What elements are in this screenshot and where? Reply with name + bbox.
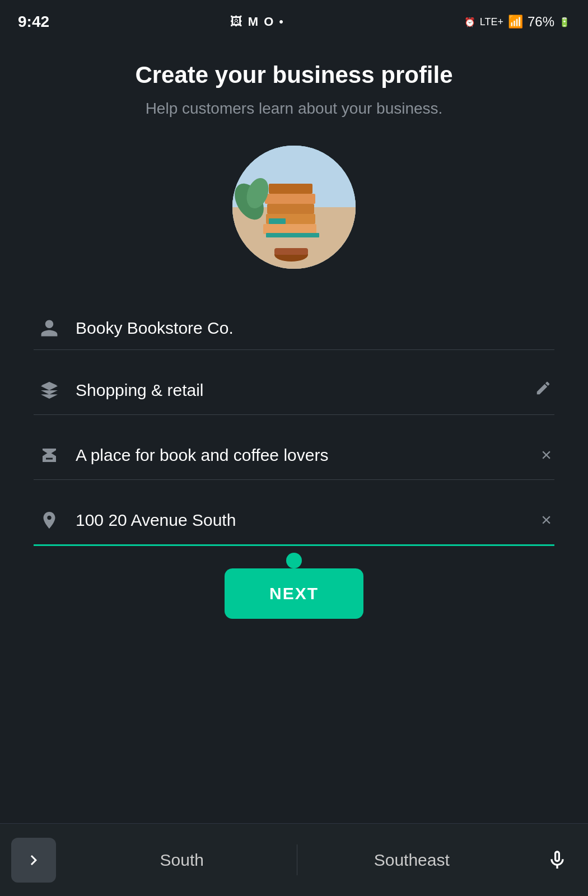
location-icon [34, 510, 64, 530]
status-icons: 🖼 M O • [230, 15, 283, 29]
address-value[interactable]: 100 20 Avenue South [64, 511, 538, 530]
clear-description-button[interactable]: × [538, 442, 554, 468]
svg-rect-3 [263, 224, 316, 234]
svg-rect-8 [266, 233, 319, 237]
avatar[interactable] [232, 146, 356, 269]
battery-icon: 🔋 [559, 17, 570, 27]
svg-rect-7 [269, 184, 312, 194]
next-button-container: NEXT [225, 568, 363, 619]
svg-rect-9 [269, 218, 286, 224]
status-bar: 9:42 🖼 M O • ⏰ LTE+ 📶 76% 🔋 [0, 0, 588, 39]
svg-rect-11 [274, 248, 308, 255]
microphone-icon [546, 849, 568, 871]
svg-rect-5 [267, 204, 314, 214]
address-field: 100 20 Avenue South × [34, 491, 554, 546]
keyboard-arrow-button[interactable] [11, 838, 56, 883]
alarm-icon: ⏰ [464, 17, 475, 27]
status-time: 9:42 [18, 13, 49, 31]
instagram-icon: O [264, 15, 273, 29]
main-content: Create your business profile Help custom… [0, 39, 588, 619]
svg-rect-6 [265, 194, 315, 204]
description-field: A place for book and coffee lovers × [34, 426, 554, 480]
description-value[interactable]: A place for book and coffee lovers [64, 446, 538, 465]
form-container: Booky Bookstore Co. Shopping & retail [34, 302, 554, 557]
dot-indicator: • [279, 15, 283, 29]
suggestion-southeast[interactable]: Southeast [297, 824, 527, 896]
microphone-button[interactable] [538, 849, 577, 871]
cursor-dot [286, 553, 302, 568]
battery-percent: 76% [528, 14, 554, 30]
business-name-field: Booky Bookstore Co. [34, 302, 554, 350]
store-icon [34, 445, 64, 465]
mail-icon: M [248, 15, 258, 29]
avatar-image [232, 146, 356, 269]
page-subtitle: Help customers learn about your business… [146, 100, 443, 118]
close-icon: × [541, 445, 552, 465]
signal-icon: 📶 [508, 15, 523, 29]
status-right: ⏰ LTE+ 📶 76% 🔋 [464, 14, 570, 30]
category-field: Shopping & retail [34, 361, 554, 415]
page-title: Create your business profile [135, 62, 452, 88]
close-icon-address: × [541, 510, 552, 530]
lte-label: LTE+ [480, 16, 503, 28]
clear-address-button[interactable]: × [538, 507, 554, 533]
suggestion-south[interactable]: South [67, 824, 297, 896]
address-text: 100 20 Avenue South [76, 511, 236, 529]
photo-icon: 🖼 [230, 15, 242, 29]
edit-category-button[interactable] [532, 377, 554, 403]
category-icon [34, 380, 64, 400]
keyboard-suggestions: South Southeast [67, 824, 526, 896]
person-icon [34, 318, 64, 338]
business-name-value[interactable]: Booky Bookstore Co. [64, 319, 554, 338]
category-value[interactable]: Shopping & retail [64, 381, 532, 400]
next-button[interactable]: NEXT [225, 568, 363, 619]
keyboard-bar: South Southeast [0, 823, 588, 896]
